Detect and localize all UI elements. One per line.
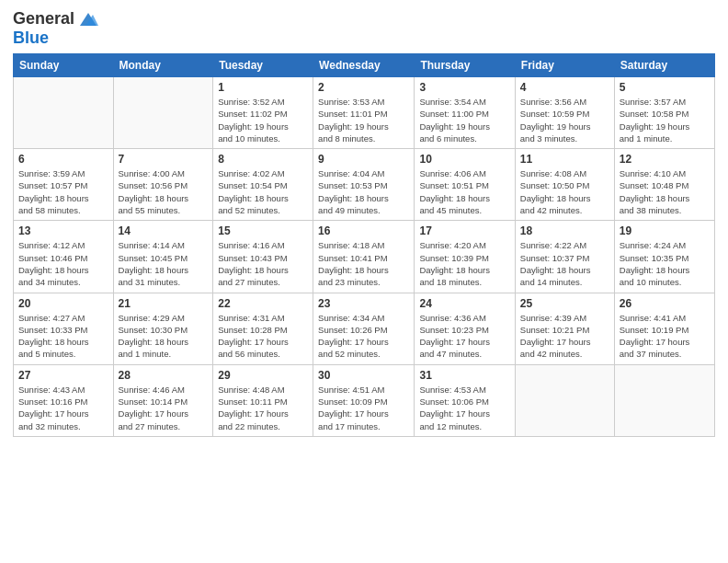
day-cell: 8Sunrise: 4:02 AM Sunset: 10:54 PM Dayli…	[213, 149, 313, 221]
page: General Blue SundayMondayTuesdayWednesda…	[0, 0, 728, 563]
weekday-sunday: Sunday	[14, 54, 114, 77]
day-number: 13	[18, 224, 108, 237]
day-number: 1	[218, 81, 308, 94]
day-detail: Sunrise: 4:24 AM Sunset: 10:35 PM Daylig…	[620, 239, 710, 288]
logo-icon	[78, 11, 98, 28]
week-row-4: 20Sunrise: 4:27 AM Sunset: 10:33 PM Dayl…	[14, 293, 715, 364]
week-row-5: 27Sunrise: 4:43 AM Sunset: 10:16 PM Dayl…	[14, 364, 715, 436]
logo-general: General	[13, 9, 74, 29]
day-number: 20	[18, 297, 108, 310]
day-detail: Sunrise: 4:04 AM Sunset: 10:53 PM Daylig…	[318, 167, 409, 216]
day-cell: 16Sunrise: 4:18 AM Sunset: 10:41 PM Dayl…	[313, 221, 415, 293]
day-number: 3	[419, 81, 509, 94]
day-cell: 1Sunrise: 3:52 AM Sunset: 11:02 PM Dayli…	[213, 77, 313, 149]
day-number: 28	[119, 369, 209, 382]
day-number: 9	[318, 153, 409, 166]
day-cell	[614, 364, 714, 436]
weekday-saturday: Saturday	[614, 54, 714, 77]
day-detail: Sunrise: 4:53 AM Sunset: 10:06 PM Daylig…	[419, 384, 509, 432]
day-number: 29	[218, 369, 308, 382]
day-number: 25	[520, 297, 609, 310]
day-number: 18	[520, 224, 609, 237]
day-detail: Sunrise: 4:43 AM Sunset: 10:16 PM Daylig…	[18, 384, 108, 432]
week-row-1: 1Sunrise: 3:52 AM Sunset: 11:02 PM Dayli…	[14, 77, 715, 149]
day-detail: Sunrise: 4:20 AM Sunset: 10:39 PM Daylig…	[419, 239, 509, 288]
day-cell: 22Sunrise: 4:31 AM Sunset: 10:28 PM Dayl…	[213, 293, 313, 364]
day-detail: Sunrise: 4:39 AM Sunset: 10:21 PM Daylig…	[520, 312, 609, 361]
day-cell	[113, 77, 213, 149]
day-cell: 6Sunrise: 3:59 AM Sunset: 10:57 PM Dayli…	[14, 149, 114, 221]
logo-blue: Blue	[13, 29, 49, 47]
day-number: 26	[620, 297, 710, 310]
day-detail: Sunrise: 4:10 AM Sunset: 10:48 PM Daylig…	[620, 167, 710, 216]
calendar-table: SundayMondayTuesdayWednesdayThursdayFrid…	[13, 53, 715, 437]
day-number: 24	[419, 297, 509, 310]
day-detail: Sunrise: 3:57 AM Sunset: 10:58 PM Daylig…	[620, 96, 710, 144]
weekday-monday: Monday	[113, 54, 213, 77]
day-detail: Sunrise: 3:53 AM Sunset: 11:01 PM Daylig…	[318, 96, 409, 144]
day-detail: Sunrise: 4:27 AM Sunset: 10:33 PM Daylig…	[18, 312, 108, 361]
day-detail: Sunrise: 4:00 AM Sunset: 10:56 PM Daylig…	[119, 167, 209, 216]
day-number: 11	[520, 153, 609, 166]
day-number: 12	[620, 153, 710, 166]
week-row-3: 13Sunrise: 4:12 AM Sunset: 10:46 PM Dayl…	[14, 221, 715, 293]
day-detail: Sunrise: 4:41 AM Sunset: 10:19 PM Daylig…	[620, 312, 710, 361]
week-row-2: 6Sunrise: 3:59 AM Sunset: 10:57 PM Dayli…	[14, 149, 715, 221]
day-detail: Sunrise: 4:31 AM Sunset: 10:28 PM Daylig…	[218, 312, 308, 361]
day-detail: Sunrise: 4:36 AM Sunset: 10:23 PM Daylig…	[419, 312, 509, 361]
weekday-thursday: Thursday	[415, 54, 515, 77]
day-cell: 4Sunrise: 3:56 AM Sunset: 10:59 PM Dayli…	[515, 77, 614, 149]
day-detail: Sunrise: 4:12 AM Sunset: 10:46 PM Daylig…	[18, 239, 108, 288]
day-detail: Sunrise: 4:46 AM Sunset: 10:14 PM Daylig…	[119, 384, 209, 432]
day-number: 2	[318, 81, 409, 94]
day-number: 19	[620, 224, 710, 237]
day-cell: 15Sunrise: 4:16 AM Sunset: 10:43 PM Dayl…	[213, 221, 313, 293]
day-detail: Sunrise: 4:08 AM Sunset: 10:50 PM Daylig…	[520, 167, 609, 216]
day-detail: Sunrise: 4:18 AM Sunset: 10:41 PM Daylig…	[318, 239, 409, 288]
day-detail: Sunrise: 4:22 AM Sunset: 10:37 PM Daylig…	[520, 239, 609, 288]
weekday-header-row: SundayMondayTuesdayWednesdayThursdayFrid…	[14, 54, 715, 77]
day-cell: 11Sunrise: 4:08 AM Sunset: 10:50 PM Dayl…	[515, 149, 614, 221]
day-number: 31	[419, 369, 509, 382]
day-detail: Sunrise: 3:54 AM Sunset: 11:00 PM Daylig…	[419, 96, 509, 144]
header: General Blue	[13, 9, 715, 48]
day-cell: 12Sunrise: 4:10 AM Sunset: 10:48 PM Dayl…	[614, 149, 714, 221]
day-number: 23	[318, 297, 409, 310]
day-cell: 14Sunrise: 4:14 AM Sunset: 10:45 PM Dayl…	[113, 221, 213, 293]
day-cell: 28Sunrise: 4:46 AM Sunset: 10:14 PM Dayl…	[113, 364, 213, 436]
day-cell	[515, 364, 614, 436]
day-number: 17	[419, 224, 509, 237]
day-cell: 2Sunrise: 3:53 AM Sunset: 11:01 PM Dayli…	[313, 77, 415, 149]
day-detail: Sunrise: 4:06 AM Sunset: 10:51 PM Daylig…	[419, 167, 509, 216]
day-cell: 27Sunrise: 4:43 AM Sunset: 10:16 PM Dayl…	[14, 364, 114, 436]
day-number: 10	[419, 153, 509, 166]
day-detail: Sunrise: 4:48 AM Sunset: 10:11 PM Daylig…	[218, 384, 308, 432]
day-number: 27	[18, 369, 108, 382]
day-number: 6	[18, 153, 108, 166]
day-detail: Sunrise: 4:14 AM Sunset: 10:45 PM Daylig…	[119, 239, 209, 288]
day-cell: 18Sunrise: 4:22 AM Sunset: 10:37 PM Dayl…	[515, 221, 614, 293]
day-cell: 23Sunrise: 4:34 AM Sunset: 10:26 PM Dayl…	[313, 293, 415, 364]
weekday-wednesday: Wednesday	[313, 54, 415, 77]
day-number: 30	[318, 369, 409, 382]
day-detail: Sunrise: 4:34 AM Sunset: 10:26 PM Daylig…	[318, 312, 409, 361]
day-cell: 13Sunrise: 4:12 AM Sunset: 10:46 PM Dayl…	[14, 221, 114, 293]
day-cell	[14, 77, 114, 149]
day-number: 22	[218, 297, 308, 310]
day-number: 4	[520, 81, 609, 94]
day-detail: Sunrise: 3:59 AM Sunset: 10:57 PM Daylig…	[18, 167, 108, 216]
day-detail: Sunrise: 4:29 AM Sunset: 10:30 PM Daylig…	[119, 312, 209, 361]
day-detail: Sunrise: 4:02 AM Sunset: 10:54 PM Daylig…	[218, 167, 308, 216]
logo: General Blue	[13, 9, 98, 48]
day-detail: Sunrise: 3:56 AM Sunset: 10:59 PM Daylig…	[520, 96, 609, 144]
day-cell: 30Sunrise: 4:51 AM Sunset: 10:09 PM Dayl…	[313, 364, 415, 436]
day-number: 14	[119, 224, 209, 237]
day-cell: 10Sunrise: 4:06 AM Sunset: 10:51 PM Dayl…	[415, 149, 515, 221]
day-cell: 9Sunrise: 4:04 AM Sunset: 10:53 PM Dayli…	[313, 149, 415, 221]
weekday-tuesday: Tuesday	[213, 54, 313, 77]
day-cell: 25Sunrise: 4:39 AM Sunset: 10:21 PM Dayl…	[515, 293, 614, 364]
day-detail: Sunrise: 4:51 AM Sunset: 10:09 PM Daylig…	[318, 384, 409, 432]
day-cell: 29Sunrise: 4:48 AM Sunset: 10:11 PM Dayl…	[213, 364, 313, 436]
day-cell: 24Sunrise: 4:36 AM Sunset: 10:23 PM Dayl…	[415, 293, 515, 364]
day-cell: 5Sunrise: 3:57 AM Sunset: 10:58 PM Dayli…	[614, 77, 714, 149]
